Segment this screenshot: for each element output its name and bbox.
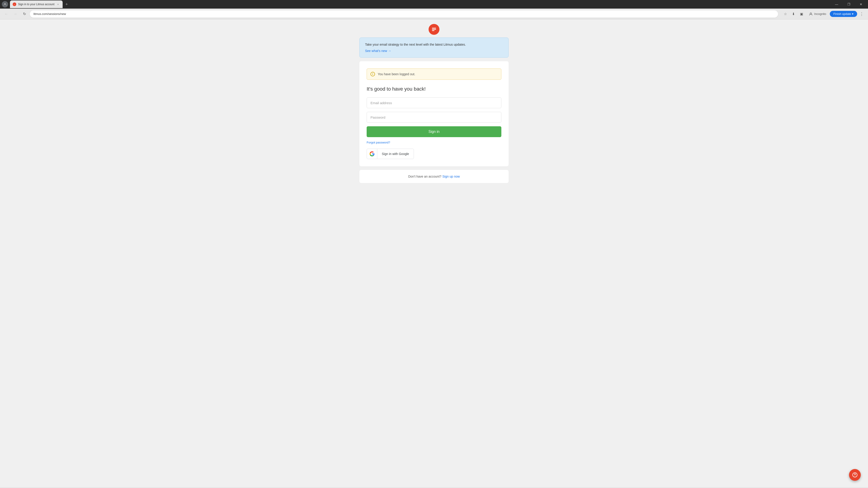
signin-card: i You have been logged out. It's good to…: [360, 61, 508, 166]
active-tab[interactable]: L Sign in to your Litmus account ×: [10, 0, 63, 8]
incognito-button[interactable]: Incognito: [806, 11, 829, 17]
forward-button[interactable]: →: [12, 10, 19, 18]
toolbar-icons: ☆ ⬇ ▣ Incognito Finish update ▾ ⋮: [782, 10, 865, 18]
tab-bar: L Sign in to your Litmus account × + — ❐…: [0, 0, 868, 8]
help-button[interactable]: [849, 469, 861, 481]
alert-icon: i: [370, 72, 375, 76]
address-bar-row: ← → ↻ ☆ ⬇ ▣ Incognito Finish update ▾ ⋮: [0, 8, 868, 20]
browser-menu-button[interactable]: ⋮: [858, 10, 865, 18]
close-button[interactable]: ✕: [856, 0, 866, 8]
incognito-icon: [809, 12, 813, 16]
see-whats-new-link[interactable]: See what's new →: [365, 49, 391, 53]
alert-message: You have been logged out.: [378, 72, 415, 76]
email-group: [367, 97, 501, 108]
tab-title: Sign in to your Litmus account: [18, 3, 55, 6]
forgot-password-link[interactable]: Forgot password?: [367, 141, 501, 144]
restore-button[interactable]: ❐: [844, 0, 854, 8]
page-inner: Take your email strategy to the next lev…: [360, 24, 508, 478]
tab-close-button[interactable]: ×: [56, 2, 60, 6]
minimize-button[interactable]: —: [831, 0, 842, 8]
password-input[interactable]: [367, 112, 501, 123]
google-signin-button[interactable]: Sign in with Google: [367, 149, 414, 159]
refresh-button[interactable]: ↻: [21, 10, 28, 18]
email-input[interactable]: [367, 97, 501, 108]
svg-point-0: [4, 3, 6, 4]
profile-button[interactable]: [2, 1, 8, 7]
signup-link[interactable]: Sign up now: [442, 175, 460, 178]
help-icon: [852, 472, 858, 478]
update-banner: Take your email strategy to the next lev…: [360, 37, 508, 58]
google-signin-label: Sign in with Google: [377, 152, 414, 156]
google-icon: [369, 151, 375, 157]
svg-rect-2: [432, 28, 436, 29]
svg-point-6: [855, 476, 855, 476]
chevron-down-icon: ▾: [852, 12, 854, 15]
signup-card: Don't have an account? Sign up now: [360, 170, 508, 183]
window-controls: — ❐ ✕: [831, 0, 866, 8]
new-tab-button[interactable]: +: [64, 1, 70, 7]
google-icon-box: [367, 149, 377, 159]
page-content: Take your email strategy to the next lev…: [0, 20, 868, 487]
welcome-heading: It's good to have you back!: [367, 86, 501, 92]
svg-rect-3: [432, 29, 436, 30]
logo-area: [360, 24, 508, 35]
signin-button[interactable]: Sign in: [367, 126, 501, 137]
logout-alert: i You have been logged out.: [367, 68, 501, 80]
litmus-logo: [429, 24, 439, 35]
tab-favicon: L: [13, 2, 16, 6]
no-account-text: Don't have an account?: [408, 175, 441, 178]
sidebar-button[interactable]: ▣: [798, 10, 805, 18]
finish-update-button[interactable]: Finish update ▾: [830, 11, 857, 17]
download-button[interactable]: ⬇: [790, 10, 797, 18]
bookmark-button[interactable]: ☆: [782, 10, 789, 18]
password-group: [367, 112, 501, 123]
banner-text: Take your email strategy to the next lev…: [365, 42, 503, 47]
back-button[interactable]: ←: [3, 10, 10, 18]
address-bar-input[interactable]: [30, 10, 778, 18]
svg-rect-4: [432, 30, 434, 31]
